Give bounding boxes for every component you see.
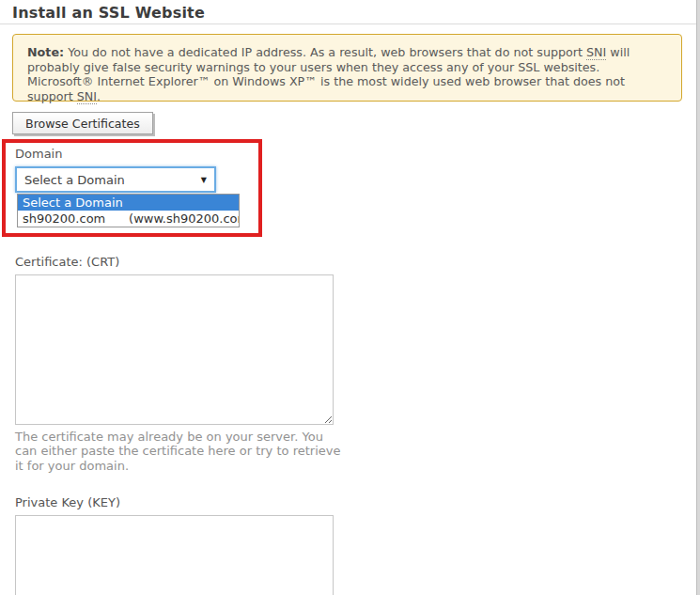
certificate-label: Certificate: (CRT) [15,255,119,269]
domain-label: Domain [15,147,62,161]
chevron-down-icon: ▼ [201,176,214,184]
sni-note-box: Note: You do not have a dedicated IP add… [12,34,682,102]
install-ssl-page: Install an SSL Website Note: You do not … [0,0,700,595]
dropdown-option-sh90200[interactable]: sh90200.com (www.sh90200.com) [18,211,239,227]
page-title: Install an SSL Website [12,4,205,22]
private-key-input[interactable] [15,515,334,595]
domain-dropdown-list: Select a Domain sh90200.com (www.sh90200… [17,194,240,227]
title-divider [0,23,696,24]
certificate-help-text: The certificate may already be on your s… [15,430,344,473]
private-key-label: Private Key (KEY) [15,495,120,509]
sni-abbreviation: SNI [77,89,97,104]
certificate-input[interactable] [15,274,334,425]
domain-select[interactable]: Select a Domain ▼ [15,166,216,193]
dropdown-option-select-a-domain[interactable]: Select a Domain [18,195,239,211]
note-text: . [97,89,101,103]
browse-certificates-button[interactable]: Browse Certificates [12,112,153,134]
note-label: Note: [27,45,64,59]
note-text: You do not have a dedicated IP address. … [64,45,586,59]
scrollbar-track[interactable] [696,0,700,595]
sni-abbreviation: SNI [586,45,606,60]
domain-select-value: Select a Domain [17,173,201,187]
